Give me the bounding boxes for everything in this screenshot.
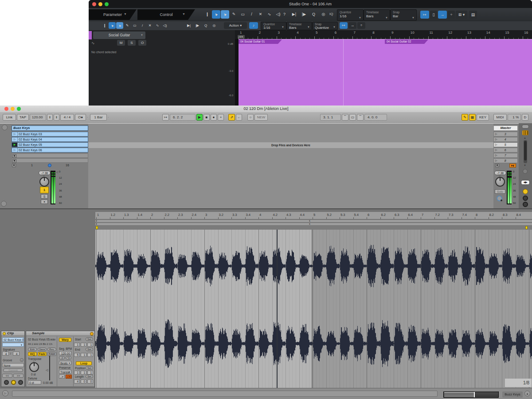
- object-select-tool-icon[interactable]: ▲: [116, 22, 123, 29]
- play-from-icon[interactable]: |▶: [300, 10, 308, 19]
- track-activator-button[interactable]: 1: [40, 187, 49, 193]
- transients-menu[interactable]: Transie▼: [59, 370, 71, 374]
- empty-clip-slot[interactable]: [12, 153, 88, 158]
- edit-button[interactable]: Edit: [28, 348, 37, 351]
- half-tempo-button[interactable]: :2: [59, 356, 65, 360]
- clip-color-chooser[interactable]: ▼: [2, 343, 24, 347]
- scene-launch-button[interactable]: ▷: [494, 148, 497, 152]
- erase-tool-icon[interactable]: ▭: [131, 22, 138, 29]
- listen-tool-icon[interactable]: ◁): [161, 22, 168, 29]
- action-dropdown[interactable]: Action ▾: [224, 22, 247, 29]
- clip-slot[interactable]: ▷02 Buzz Keys 03: [12, 132, 88, 137]
- grid-view-icon[interactable]: ⊞ ▾: [456, 11, 467, 19]
- follow-icon[interactable]: →: [438, 11, 447, 19]
- quantize-note-icon[interactable]: ♪: [249, 22, 258, 29]
- re-enable-automation-button[interactable]: ←: [236, 114, 242, 121]
- commit-button[interactable]: Commit: [3, 368, 23, 372]
- track-title[interactable]: Buzz Keys: [12, 125, 88, 131]
- master-pan-knob[interactable]: [495, 177, 505, 187]
- scene-launch-button[interactable]: ▷: [494, 159, 497, 163]
- follow-button[interactable]: ↦: [162, 114, 169, 121]
- end-value[interactable]: 1: [87, 353, 93, 357]
- loop-start-handle[interactable]: ›: [96, 223, 97, 225]
- layers-icon[interactable]: ▤: [469, 11, 477, 19]
- transient-loop-mode-menu[interactable]: ♪▼: [59, 375, 65, 379]
- position-set-button[interactable]: Set: [86, 366, 93, 370]
- autoscroll-icon[interactable]: ▶|: [290, 10, 298, 19]
- nudge-buttons[interactable]: O●: [75, 114, 86, 121]
- track-name-dropdown[interactable]: Social Guitar ▼: [93, 31, 145, 39]
- scene-slot[interactable]: ▷5: [493, 142, 518, 147]
- vertical-scrollbar[interactable]: [524, 140, 527, 163]
- save-button[interactable]: Save: [38, 348, 47, 351]
- tap-tempo-button[interactable]: TAP: [17, 114, 29, 121]
- clip-name-field[interactable]: 02 Buzz Keys 05: [2, 337, 24, 342]
- paint-tool-icon[interactable]: ✎: [124, 22, 131, 29]
- scene-slot[interactable]: ▷6: [493, 148, 518, 153]
- scene-launch-button[interactable]: ▷: [494, 137, 497, 141]
- draw-mode-button[interactable]: ○: [247, 114, 254, 121]
- clip-stop-button[interactable]: [12, 154, 16, 158]
- start-marker-icon[interactable]: [96, 226, 98, 229]
- control-dropdown[interactable]: Control▼: [137, 9, 195, 20]
- zoom-tool-icon[interactable]: Q: [309, 10, 318, 19]
- envelope-box-tab[interactable]: [18, 380, 23, 385]
- session-record-button[interactable]: +: [218, 114, 224, 121]
- hiq-button[interactable]: HiQ: [28, 352, 37, 356]
- stop-all-clips-button[interactable]: [495, 164, 499, 167]
- transpose-knob[interactable]: [29, 362, 39, 372]
- erase-tool-icon[interactable]: ▭: [239, 10, 247, 19]
- show-overview-toggle[interactable]: ▲: [524, 391, 530, 396]
- follow-action-icon[interactable]: [90, 332, 94, 336]
- show-info-toggle[interactable]: ▷: [2, 390, 8, 396]
- scroll-down-icon[interactable]: ▼: [524, 164, 526, 167]
- gain-slider-handle[interactable]: ◁: [46, 368, 48, 372]
- select-tool-icon[interactable]: ▲: [109, 22, 116, 29]
- fold-arrows-icon[interactable]: ◀▶: [521, 180, 530, 185]
- clip-slot[interactable]: ▷02 Buzz Keys 06: [12, 148, 88, 153]
- end-value[interactable]: 1: [81, 353, 86, 357]
- split-tool-icon[interactable]: /: [247, 10, 256, 19]
- loop-brace[interactable]: › ‹ › ‹: [95, 219, 532, 226]
- macro-icon[interactable]: ◎: [211, 22, 218, 29]
- draw-pencil-button[interactable]: ✎: [462, 114, 468, 121]
- autoscroll-icon[interactable]: ▶|: [185, 22, 192, 29]
- loop-end-handle[interactable]: ‹: [309, 223, 310, 225]
- capture-new-button[interactable]: NEW: [254, 114, 268, 121]
- monitor-button[interactable]: O: [138, 40, 146, 46]
- track-stop-button[interactable]: [12, 164, 16, 167]
- quantize-dropdown[interactable]: Quantize 1/16 ▼: [261, 22, 286, 30]
- clip-activator-icon[interactable]: [3, 332, 6, 335]
- scroll-up-icon[interactable]: ▲: [524, 137, 526, 139]
- arrangement-position-field[interactable]: 6. 2. 2: [170, 114, 196, 121]
- snap-to-grid-icon[interactable]: ↦: [420, 11, 429, 19]
- audio-clip[interactable]: 04 Social Guitar 01: [239, 39, 385, 106]
- gain-slider-track[interactable]: [49, 356, 50, 380]
- record-button[interactable]: ●: [211, 114, 217, 121]
- select-tool-icon[interactable]: ▲: [212, 10, 220, 19]
- double-tempo-button[interactable]: *2: [66, 356, 71, 360]
- scene-slot[interactable]: ▷4: [493, 137, 518, 142]
- clip-launch-button[interactable]: ▷: [12, 132, 18, 136]
- clip-launch-button[interactable]: ▷: [12, 137, 18, 141]
- transient-envelope-field[interactable]: 100: [66, 375, 72, 379]
- punch-out-button[interactable]: ⌒: [357, 114, 364, 121]
- clip-slot[interactable]: ▶02 Buzz Keys 05: [12, 142, 88, 147]
- punch-in-button[interactable]: ⌒: [342, 114, 348, 121]
- midi-map-button[interactable]: MIDI: [493, 114, 507, 121]
- loop-button[interactable]: Loop: [76, 361, 92, 365]
- loop-length-field[interactable]: 4. 0. 0: [364, 114, 387, 121]
- bend-tool-icon[interactable]: ∿: [265, 10, 274, 19]
- computer-midi-keyboard-button[interactable]: ▦: [469, 114, 476, 121]
- end-value[interactable]: 5: [74, 353, 80, 357]
- warp-button[interactable]: Warp: [59, 338, 71, 342]
- play-button[interactable]: ▶: [196, 114, 203, 121]
- scene-slot[interactable]: ▷7: [493, 153, 518, 158]
- length-value[interactable]: 4: [74, 379, 80, 383]
- mixer-toggle[interactable]: [523, 196, 528, 201]
- clip-launch-button[interactable]: ▷: [12, 148, 18, 152]
- key-map-button[interactable]: KEY: [477, 114, 489, 121]
- revert-button[interactable]: Rev.: [47, 348, 56, 351]
- io-section-toggle[interactable]: [523, 169, 528, 174]
- snap-dropdown[interactable]: Snap Quantize ▼: [312, 22, 338, 30]
